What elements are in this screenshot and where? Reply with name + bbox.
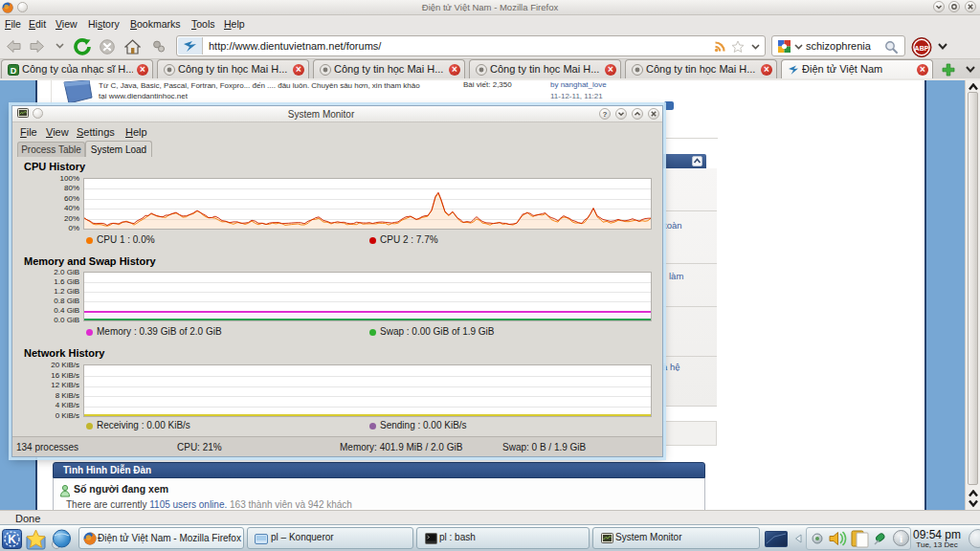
svg-text:D: D: [11, 66, 17, 76]
svg-text:ABP: ABP: [915, 45, 929, 52]
svg-text:K: K: [8, 533, 16, 546]
svg-text:i: i: [900, 533, 902, 544]
